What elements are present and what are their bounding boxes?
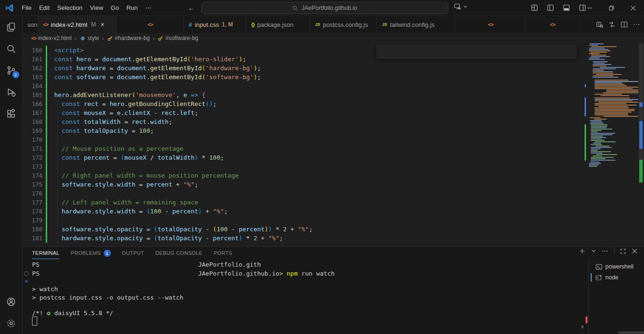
toggle-primary-sidebar-button[interactable] (545, 2, 555, 13)
terminal-output[interactable]: PS JAePortfolio.githPS JAePortfolio.gith… (23, 259, 588, 334)
terminal-list-item-powershell[interactable]: powershell (591, 261, 644, 272)
panel-tab-problems[interactable]: PROBLEMS1 (71, 247, 111, 259)
tab-tailwind.config.js[interactable]: JStailwind.config.js (377, 16, 456, 33)
activity-item-manage[interactable] (0, 312, 23, 334)
extensions-icon (6, 109, 16, 119)
close-window-button[interactable] (622, 0, 644, 16)
git-added-gutter (46, 144, 47, 153)
tab-son[interactable]: son (23, 16, 38, 33)
close-tab-button[interactable]: × (100, 21, 104, 28)
activity-item-extensions[interactable] (0, 103, 23, 124)
cast-warning-icon (454, 2, 462, 10)
git-added-gutter (46, 90, 47, 99)
maximize-panel-icon[interactable] (620, 248, 626, 254)
files-icon (6, 22, 16, 32)
toggle-panel-button[interactable] (561, 2, 571, 13)
breadcrumb-separator: › (74, 35, 76, 42)
code-line-165: 165hero.addEventListener('mousemove', e … (23, 90, 644, 99)
git-added-gutter (46, 81, 47, 90)
more-actions-icon[interactable] (633, 21, 640, 28)
code-text: // Left panel width = remaining space (54, 198, 198, 207)
code-editor[interactable]: 160<script>161const hero = document.getE… (23, 43, 644, 246)
activity-item-explorer[interactable] (0, 16, 23, 38)
line-number: 168 (23, 117, 42, 126)
tab-unnamed-8[interactable]: <> (526, 16, 580, 33)
back-arrow-button[interactable]: ← (186, 3, 197, 13)
menu-[interactable]: ⋯ (141, 3, 155, 13)
menu-selection[interactable]: Selection (53, 3, 86, 13)
panel-tab-output[interactable]: OUTPUT (122, 247, 144, 259)
vscode-logo-icon (5, 3, 14, 13)
activity-item-run-debug[interactable] (0, 81, 23, 103)
editor-scrollbar[interactable] (638, 43, 644, 246)
terminal-line: PS JAePortfolio.github.io> npm run watch (32, 269, 335, 278)
tab-label: tailwind.config.js (390, 21, 435, 28)
command-center-search[interactable]: JAePortfolio.github.io (201, 2, 448, 14)
terminal-list-item-node[interactable]: node (591, 272, 644, 283)
menu-view[interactable]: View (86, 3, 107, 13)
tab-index-v2.html[interactable]: <>index-v2.htmlM× (38, 16, 117, 33)
code-text: <script> (54, 46, 84, 55)
code-line-177: 177 // Left panel width = remaining spac… (23, 198, 644, 207)
code-text: const rect = hero.getBoundingClientRect(… (54, 99, 216, 108)
git-added-gutter (46, 135, 47, 144)
panel-sash[interactable] (588, 259, 589, 334)
search-icon (292, 5, 298, 11)
menu-edit[interactable]: Edit (35, 3, 53, 13)
activity-item-accounts[interactable] (0, 291, 23, 312)
code-line-167: 167 const mouseX = e.clientX - rect.left… (23, 108, 644, 117)
breadcrumb-item-style[interactable]: style (80, 35, 99, 41)
line-number: 179 (23, 216, 42, 225)
minimap[interactable] (585, 43, 638, 167)
minimize-button[interactable] (579, 0, 601, 16)
new-terminal-icon[interactable] (579, 248, 586, 254)
breadcrumb-separator: › (153, 35, 155, 42)
tab-input.css[interactable]: #input.css1, M (184, 16, 247, 33)
menu-file[interactable]: File (18, 3, 35, 13)
git-added-gutter (46, 171, 47, 180)
restore-button[interactable] (601, 0, 622, 16)
remote-indicator[interactable] (454, 2, 468, 10)
code-line-175: 175 software.style.width = percent + "%"… (23, 180, 644, 189)
activity-item-source-control[interactable]: 2 (0, 59, 23, 81)
breadcrumb-label: #hardware-bg (115, 35, 150, 41)
panel-tab-ports[interactable]: PORTS (214, 247, 232, 259)
powershell-terminal-icon (595, 263, 603, 270)
open-changes-icon[interactable] (608, 21, 616, 28)
panel-tab-terminal[interactable]: TERMINAL (32, 247, 59, 259)
breadcrumb-item-software-bg[interactable]: #software-bg (157, 35, 198, 41)
tab-postcss.config.js[interactable]: JSpostcss.config.js (310, 16, 377, 33)
menu-run[interactable]: Run (123, 3, 141, 13)
menu-go[interactable]: Go (107, 3, 123, 13)
split-editor-icon[interactable] (620, 21, 628, 28)
git-added-gutter (46, 64, 47, 73)
code-line-169: 169 const totalOpacity = 100; (23, 126, 644, 135)
terminal-list-scrollbar[interactable] (618, 332, 644, 334)
terminal-line: » (25, 277, 28, 285)
line-number: 170 (23, 135, 42, 144)
close-panel-icon[interactable] (632, 248, 637, 254)
html-file-icon: <> (550, 22, 555, 27)
html-file-icon: <> (148, 22, 153, 27)
customize-layout-button[interactable] (529, 2, 539, 13)
code-text: const totalWidth = rect.width; (54, 117, 173, 126)
tab-package.json[interactable]: {}package.json (247, 16, 310, 33)
terminal-dropdown-icon[interactable] (591, 249, 596, 253)
terminal-line: PS JAePortfolio.gith (32, 261, 261, 269)
code-text: const software = document.getElementById… (54, 73, 261, 81)
tab-unnamed-7[interactable]: <> (456, 16, 526, 33)
tab-unnamed-2[interactable]: <> (117, 16, 184, 33)
terminal-command-decoration[interactable] (24, 271, 29, 276)
panel-tab-debug-console[interactable]: DEBUG CONSOLE (156, 247, 203, 259)
breadcrumb-item-hardware-bg[interactable]: #hardware-bg (107, 35, 150, 41)
git-added-gutter (46, 108, 47, 117)
tab-label: package.json (257, 21, 294, 28)
line-number: 175 (23, 180, 42, 189)
panel-tab-label: OUTPUT (122, 250, 144, 256)
preview-icon[interactable] (596, 21, 603, 28)
more-actions-icon[interactable] (602, 248, 608, 254)
git-added-gutter (46, 216, 47, 225)
code-text: hero.addEventListener('mousemove', e => … (54, 90, 206, 99)
activity-item-search[interactable] (0, 38, 23, 59)
breadcrumb-item-index-v2html[interactable]: <>index-v2.html (31, 35, 72, 41)
